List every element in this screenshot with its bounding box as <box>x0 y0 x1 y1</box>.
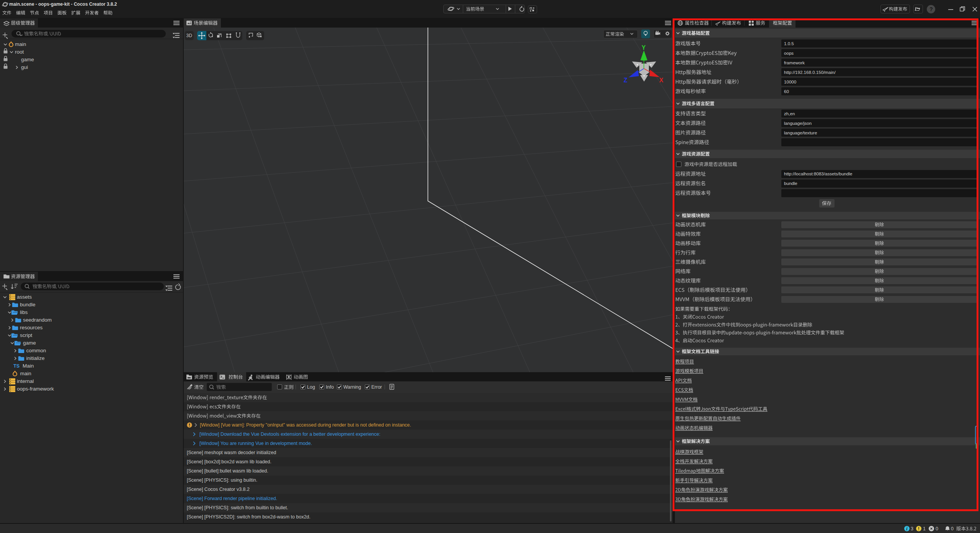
svg-text:Y: Y <box>642 44 646 51</box>
svg-text:X: X <box>659 77 663 83</box>
svg-text:Z: Z <box>624 77 627 83</box>
